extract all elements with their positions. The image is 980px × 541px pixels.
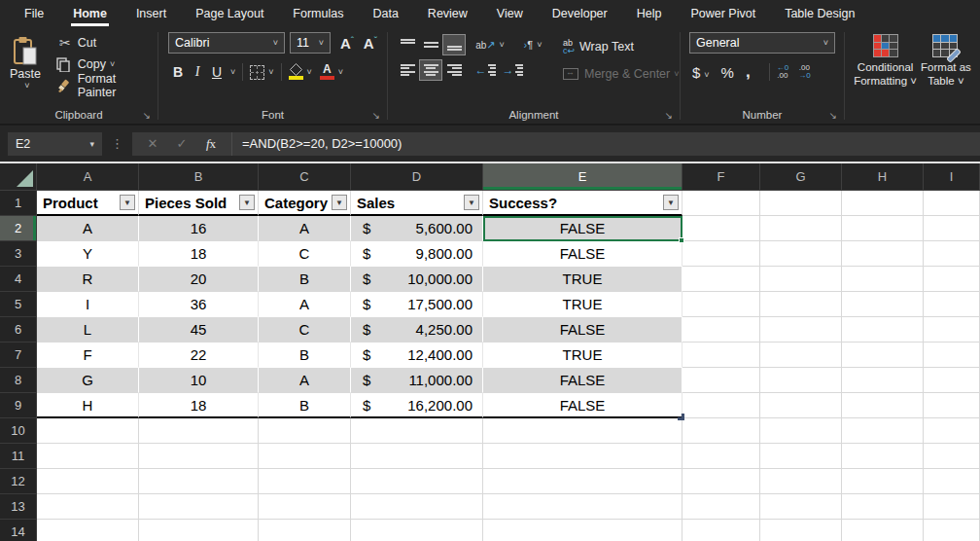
- cell-B11[interactable]: [139, 444, 259, 469]
- align-left-button[interactable]: [396, 59, 419, 81]
- tab-formulas[interactable]: Formulas: [278, 0, 358, 26]
- cell-H3[interactable]: [842, 241, 924, 267]
- cell-G13[interactable]: [760, 494, 842, 520]
- filter-button-pieces-sold[interactable]: ▼: [239, 195, 255, 210]
- cell-F5[interactable]: [682, 292, 760, 317]
- row-header-1[interactable]: 1: [0, 191, 37, 216]
- tab-data[interactable]: Data: [358, 0, 412, 26]
- comma-format-button[interactable]: ,: [746, 62, 751, 82]
- cell-B10[interactable]: [139, 418, 259, 444]
- confirm-entry-icon[interactable]: ✓: [167, 136, 196, 151]
- clipboard-dialog-launcher-icon[interactable]: ↘: [143, 111, 151, 121]
- column-header-d[interactable]: D: [351, 163, 483, 191]
- format-as-table-button[interactable]: Format as Table ˅: [921, 32, 971, 88]
- cell-H6[interactable]: [842, 317, 924, 343]
- cell-H13[interactable]: [842, 494, 924, 520]
- cell-C13[interactable]: [259, 494, 351, 520]
- cell-E10[interactable]: [483, 418, 682, 444]
- tab-help[interactable]: Help: [622, 0, 677, 26]
- wrap-text-button[interactable]: abc↩ Wrap Text: [563, 34, 680, 59]
- cell-F12[interactable]: [682, 469, 760, 494]
- cell-F13[interactable]: [682, 494, 760, 520]
- cell-A10[interactable]: [37, 418, 139, 444]
- cell-D9[interactable]: $16,200.00: [351, 393, 483, 418]
- cell-G5[interactable]: [760, 292, 842, 317]
- tab-home[interactable]: Home: [58, 0, 122, 26]
- cell-F4[interactable]: [682, 267, 760, 292]
- cell-A14[interactable]: [37, 520, 139, 541]
- bold-button[interactable]: B: [168, 64, 188, 80]
- cell-E1[interactable]: Success?▼: [483, 191, 682, 216]
- cell-I1[interactable]: [924, 191, 980, 216]
- cell-H11[interactable]: [842, 444, 924, 469]
- format-painter-button[interactable]: Format Painter: [56, 75, 158, 96]
- font-color-button[interactable]: A: [320, 64, 334, 80]
- font-name-select[interactable]: Calibri ˅: [168, 32, 285, 54]
- cell-B13[interactable]: [139, 494, 259, 520]
- filter-button-category[interactable]: ▼: [332, 195, 347, 210]
- cell-A3[interactable]: Y: [37, 241, 139, 267]
- cell-A7[interactable]: F: [37, 343, 139, 368]
- cell-H1[interactable]: [842, 191, 924, 216]
- cell-F14[interactable]: [682, 520, 760, 541]
- cell-I5[interactable]: [924, 292, 980, 317]
- cell-C5[interactable]: A: [259, 292, 351, 317]
- column-header-c[interactable]: C: [259, 163, 351, 191]
- column-header-g[interactable]: G: [760, 163, 842, 191]
- cell-C12[interactable]: [259, 469, 351, 494]
- paste-dropdown-icon[interactable]: ˅: [24, 81, 29, 90]
- cell-A5[interactable]: I: [37, 292, 139, 317]
- cell-A8[interactable]: G: [37, 368, 139, 393]
- cell-I9[interactable]: [924, 393, 980, 418]
- filter-button-success[interactable]: ▼: [663, 195, 679, 210]
- cell-D5[interactable]: $17,500.00: [351, 292, 483, 317]
- cell-G4[interactable]: [760, 267, 842, 292]
- cell-F2[interactable]: [682, 216, 760, 241]
- cell-D12[interactable]: [351, 469, 483, 494]
- underline-button[interactable]: U: [207, 64, 227, 80]
- cell-D10[interactable]: [351, 418, 483, 444]
- cut-button[interactable]: ✂ Cut: [56, 32, 158, 54]
- cell-I10[interactable]: [924, 418, 980, 444]
- cell-E7[interactable]: TRUE: [483, 343, 682, 368]
- cell-B12[interactable]: [139, 469, 259, 494]
- currency-format-button[interactable]: $˅: [692, 64, 710, 81]
- cell-A13[interactable]: [37, 494, 139, 520]
- cell-C10[interactable]: [259, 418, 351, 444]
- underline-dropdown-icon[interactable]: ˅: [230, 67, 235, 77]
- row-header-10[interactable]: 10: [0, 418, 37, 444]
- insert-function-icon[interactable]: fx: [196, 136, 226, 152]
- cell-C9[interactable]: B: [259, 393, 351, 418]
- row-header-14[interactable]: 14: [0, 520, 37, 541]
- cell-A1[interactable]: Product▼: [37, 191, 139, 216]
- cell-D4[interactable]: $10,000.00: [351, 267, 483, 292]
- percent-format-button[interactable]: %: [721, 64, 734, 81]
- cell-H7[interactable]: [842, 343, 924, 368]
- cell-D1[interactable]: Sales▼: [351, 191, 483, 216]
- conditional-formatting-button[interactable]: Conditional Formatting ˅: [854, 32, 917, 88]
- increase-font-size-button[interactable]: Aˆ: [340, 35, 354, 52]
- formula-input[interactable]: =AND(B2>=20, D2>=10000): [232, 132, 980, 156]
- cell-H4[interactable]: [842, 267, 924, 292]
- cell-H9[interactable]: [842, 393, 924, 418]
- cell-A6[interactable]: L: [37, 317, 139, 343]
- cell-D6[interactable]: $4,250.00: [351, 317, 483, 343]
- cell-G2[interactable]: [760, 216, 842, 241]
- cell-A12[interactable]: [37, 469, 139, 494]
- number-format-select[interactable]: General ˅: [689, 32, 835, 54]
- row-header-12[interactable]: 12: [0, 469, 37, 494]
- decrease-decimal-button[interactable]: .00→0: [798, 64, 810, 80]
- cell-C4[interactable]: B: [259, 267, 351, 292]
- cell-C7[interactable]: B: [259, 343, 351, 368]
- cell-A4[interactable]: R: [37, 267, 139, 292]
- cell-F6[interactable]: [682, 317, 760, 343]
- cell-G9[interactable]: [760, 393, 842, 418]
- cell-I13[interactable]: [924, 494, 980, 520]
- cell-F1[interactable]: [682, 191, 760, 216]
- row-header-11[interactable]: 11: [0, 444, 37, 469]
- decrease-indent-button[interactable]: ←: [473, 59, 497, 81]
- tab-power-pivot[interactable]: Power Pivot: [676, 0, 770, 26]
- decrease-font-size-button[interactable]: Aˇ: [364, 35, 377, 52]
- cell-E13[interactable]: [483, 494, 682, 520]
- cell-B4[interactable]: 20: [139, 267, 259, 292]
